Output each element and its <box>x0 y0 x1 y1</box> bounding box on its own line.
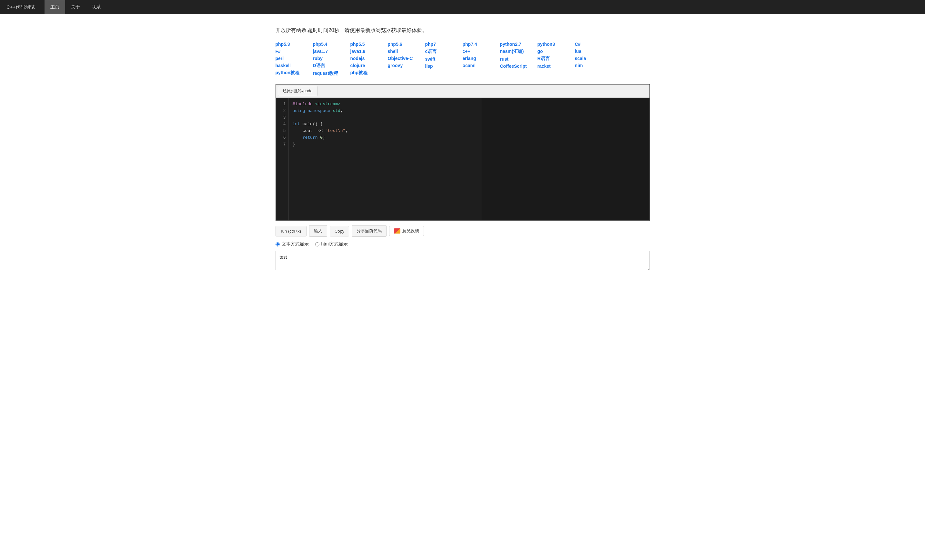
lang-ruby[interactable]: ruby <box>313 56 350 61</box>
lang-php56[interactable]: php5.6 <box>388 42 425 47</box>
lang-objc[interactable]: Objective-C <box>388 56 425 61</box>
lang-nim[interactable]: nim <box>575 63 612 68</box>
nav-links: 主页 主页 关于 联系 <box>45 0 107 14</box>
lang-col-4: php5.6 shell Objective-C groovy <box>388 42 425 77</box>
text-mode-label: 文本方式显示 <box>282 241 309 247</box>
editor-wrapper: 还原到默认code 1 2 3 4 5 6 7 #include <iostre… <box>276 84 650 221</box>
lang-php55[interactable]: php5.5 <box>350 42 388 47</box>
lang-coffeescript[interactable]: CoffeeScript <box>500 63 538 69</box>
code-line-1: #include <iostream> <box>293 101 478 108</box>
language-grid: php5.3 F# perl haskell python教程 php5.4 j… <box>276 42 650 77</box>
nav-contact[interactable]: 联系 <box>86 0 107 14</box>
lang-lisp[interactable]: lisp <box>425 63 462 69</box>
lang-python2[interactable]: python2.7 <box>500 42 538 47</box>
lang-col-10 <box>612 42 650 77</box>
code-line-3 <box>293 114 478 121</box>
lang-php-tutorial[interactable]: php教程 <box>350 70 388 76</box>
lang-cpp[interactable]: c++ <box>462 49 500 54</box>
lang-ocaml[interactable]: ocaml <box>462 63 500 68</box>
nav-about[interactable]: 关于 <box>65 0 86 14</box>
lang-col-8: python3 go R语言 racket <box>538 42 575 77</box>
lang-java18[interactable]: java1.8 <box>350 49 388 54</box>
lang-r[interactable]: R语言 <box>538 56 575 62</box>
line-num-6: 6 <box>280 134 286 141</box>
lang-php7[interactable]: php7 <box>425 42 462 47</box>
line-num-4: 4 <box>280 121 286 128</box>
line-num-1: 1 <box>280 101 286 108</box>
line-numbers: 1 2 3 4 5 6 7 <box>276 98 289 220</box>
lang-php74[interactable]: php7.4 <box>462 42 500 47</box>
lang-rust[interactable]: rust <box>500 56 538 62</box>
lang-col-9: C# lua scala nim <box>575 42 612 77</box>
output-panel <box>481 98 649 220</box>
lang-scala[interactable]: scala <box>575 56 612 61</box>
feedback-label: 意见反馈 <box>402 228 419 234</box>
lang-col-3: php5.5 java1.8 nodejs clojure php教程 <box>350 42 388 77</box>
feedback-icon <box>394 228 401 233</box>
navbar-brand: C++代码测试 <box>6 4 35 11</box>
lang-nasm[interactable]: nasm(汇编) <box>500 49 538 54</box>
line-num-2: 2 <box>280 108 286 114</box>
lang-php54[interactable]: php5.4 <box>313 42 350 47</box>
html-mode-label: html方式显示 <box>321 241 348 247</box>
lang-csharp[interactable]: C# <box>575 42 612 47</box>
html-mode-radio[interactable] <box>315 242 319 247</box>
code-line-2: using namespace std; <box>293 108 478 114</box>
line-num-7: 7 <box>280 141 286 148</box>
lang-col-5: php7 c语言 swift lisp <box>425 42 462 77</box>
lang-col-2: php5.4 java1.7 ruby D语言 request教程 <box>313 42 350 77</box>
feedback-button[interactable]: 意见反馈 <box>389 226 424 236</box>
code-area[interactable]: #include <iostream> using namespace std;… <box>289 98 481 220</box>
share-button[interactable]: 分享当前代码 <box>352 225 387 237</box>
code-line-4: int main() { <box>293 121 478 128</box>
text-mode-radio[interactable] <box>276 242 280 247</box>
code-line-7: } <box>293 141 478 148</box>
line-num-3: 3 <box>280 114 286 121</box>
subtitle: 开放所有函数,超时时间20秒，请使用最新版浏览器获取最好体验。 <box>276 27 650 34</box>
lang-c[interactable]: c语言 <box>425 49 462 54</box>
line-num-5: 5 <box>280 128 286 134</box>
lang-request-tutorial[interactable]: request教程 <box>313 71 350 77</box>
lang-python-tutorial[interactable]: python教程 <box>276 70 313 76</box>
lang-shell[interactable]: shell <box>388 49 425 54</box>
editor-toolbar: 还原到默认code <box>276 84 649 98</box>
lang-col-7: python2.7 nasm(汇编) rust CoffeeScript <box>500 42 538 77</box>
lang-clojure[interactable]: clojure <box>350 63 388 68</box>
lang-racket[interactable]: racket <box>538 63 575 69</box>
output-textarea[interactable]: test <box>276 251 650 270</box>
code-editor-container: 1 2 3 4 5 6 7 #include <iostream> using … <box>276 98 649 220</box>
text-mode-option[interactable]: 文本方式显示 <box>276 241 309 247</box>
lang-fsharp[interactable]: F# <box>276 49 313 54</box>
code-line-6: return 0; <box>293 134 478 141</box>
lang-lua[interactable]: lua <box>575 49 612 54</box>
nav-main[interactable]: 主页 <box>45 0 65 14</box>
input-button[interactable]: 输入 <box>309 225 327 237</box>
copy-button[interactable]: Copy <box>330 226 349 236</box>
navbar: C++代码测试 主页 主页 关于 联系 <box>0 0 925 14</box>
lang-php53[interactable]: php5.3 <box>276 42 313 47</box>
lang-groovy[interactable]: groovy <box>388 63 425 68</box>
lang-go[interactable]: go <box>538 49 575 54</box>
action-bar: run (ctrl+x) 输入 Copy 分享当前代码 意见反馈 <box>276 225 650 237</box>
main-content: 开放所有函数,超时时间20秒，请使用最新版浏览器获取最好体验。 php5.3 F… <box>256 14 669 284</box>
display-options: 文本方式显示 html方式显示 <box>276 241 650 247</box>
lang-nodejs[interactable]: nodejs <box>350 56 388 61</box>
lang-python3[interactable]: python3 <box>538 42 575 47</box>
run-button[interactable]: run (ctrl+x) <box>276 226 306 236</box>
reset-button[interactable]: 还原到默认code <box>278 86 318 96</box>
code-line-5: cout << "test\n"; <box>293 128 478 134</box>
lang-erlang[interactable]: erlang <box>462 56 500 61</box>
lang-dlang[interactable]: D语言 <box>313 63 350 69</box>
lang-col-6: php7.4 c++ erlang ocaml <box>462 42 500 77</box>
lang-perl[interactable]: perl <box>276 56 313 61</box>
lang-java17[interactable]: java1.7 <box>313 49 350 54</box>
lang-haskell[interactable]: haskell <box>276 63 313 68</box>
html-mode-option[interactable]: html方式显示 <box>315 241 348 247</box>
lang-swift[interactable]: swift <box>425 56 462 62</box>
lang-col-1: php5.3 F# perl haskell python教程 <box>276 42 313 77</box>
